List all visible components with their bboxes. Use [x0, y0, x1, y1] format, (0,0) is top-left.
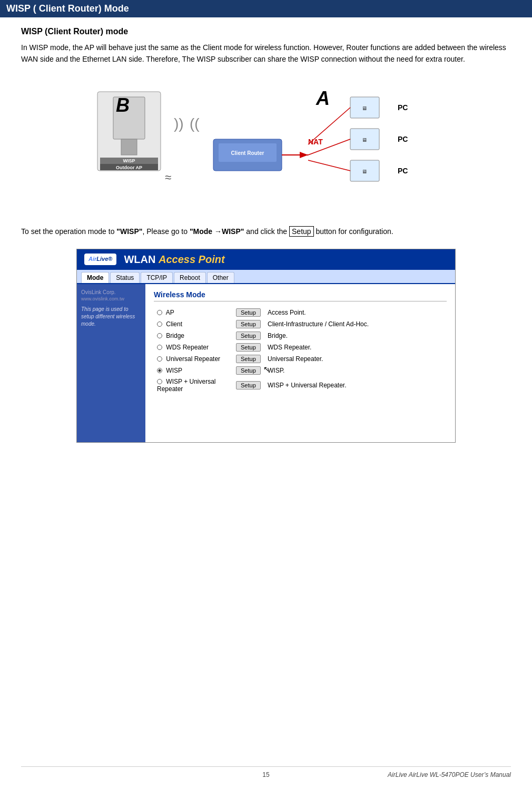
- nav-other[interactable]: Other: [207, 272, 234, 283]
- mode-wisp-ur-desc: WISP + Universal Repeater.: [264, 376, 447, 394]
- svg-text:🖥: 🖥: [362, 137, 367, 143]
- footer-manual-italic: AirLive WL-5470POE User’s Manual: [409, 771, 511, 778]
- footer-page-number: 15: [262, 771, 269, 778]
- wlan-text: WLAN: [124, 254, 155, 265]
- mode-ap-label: AP: [166, 309, 174, 316]
- brand-air: Air: [88, 256, 96, 262]
- setup-btn-client-cell: Setup: [233, 318, 264, 330]
- screenshot-wrapper: AirLive® WLAN Access Point Mode Status T…: [21, 249, 511, 443]
- mode-table: AP Setup Access Point.: [154, 307, 447, 394]
- setup-btn-ap-cell: Setup: [233, 307, 264, 318]
- mode-wisp-label: WISP: [166, 367, 182, 374]
- svg-text:)): )): [174, 115, 184, 132]
- sidebar-url: www.ovislink.com.tw: [81, 296, 141, 301]
- diagram-container: WISP WISP Outdoor AP B )) (( ≈ Client Ro…: [21, 76, 511, 213]
- mode-wds-label: WDS Repeater: [166, 344, 209, 351]
- svg-text:PC: PC: [398, 135, 408, 143]
- mode-ap-radio-cell: AP: [154, 307, 233, 318]
- instruction-part2: , Please go to: [142, 227, 190, 236]
- wisp-label: "WISP": [116, 227, 142, 236]
- mode-ap-desc: Access Point.: [264, 307, 447, 318]
- mode-client-label: Client: [166, 320, 182, 328]
- svg-text:Outdoor AP: Outdoor AP: [116, 165, 142, 170]
- table-row: Bridge Setup Bridge.: [154, 330, 447, 342]
- svg-text:((: ((: [190, 115, 200, 132]
- radio-wisp-ur[interactable]: [157, 379, 162, 384]
- table-row: WISP + Universal Repeater Setup WISP + U…: [154, 376, 447, 394]
- page-header: WISP ( Client Router) Mode: [0, 0, 532, 17]
- mode-universal-label: Universal Repeater: [166, 355, 220, 363]
- radio-wisp[interactable]: [157, 368, 162, 373]
- mode-universal-desc: Universal Repeater.: [264, 353, 447, 365]
- panel-body: OvisLink Corp. www.ovislink.com.tw This …: [77, 284, 455, 442]
- nav-reboot[interactable]: Reboot: [174, 272, 206, 283]
- setup-btn-wisp-ur[interactable]: Setup: [236, 381, 261, 389]
- svg-text:WISP: WISP: [123, 158, 135, 163]
- setup-btn-ap[interactable]: Setup: [236, 308, 261, 317]
- section-title: WISP (Client Router) mode: [21, 27, 511, 36]
- table-row: Client Setup Client-Infrastructure / Cli…: [154, 318, 447, 330]
- svg-text:NAT: NAT: [308, 138, 323, 146]
- mode-wds-radio-cell: WDS Repeater: [154, 342, 233, 353]
- radio-client[interactable]: [157, 322, 162, 327]
- mode-arrow-label: "Mode →WISP": [190, 227, 244, 236]
- mode-bridge-desc: Bridge.: [264, 330, 447, 342]
- setup-btn-wisp-cell: Setup: [233, 365, 264, 376]
- table-row: WDS Repeater Setup WDS Repeater.: [154, 342, 447, 353]
- svg-text:B: B: [116, 94, 130, 116]
- svg-text:A: A: [316, 87, 330, 109]
- radio-ap[interactable]: [157, 310, 162, 315]
- mode-client-desc: Client-Infrastructure / Client Ad-Hoc.: [264, 318, 447, 330]
- content-area: WISP (Client Router) mode In WISP mode, …: [0, 27, 532, 490]
- panel-title: WLAN Access Point: [124, 254, 224, 266]
- setup-btn-universal[interactable]: Setup: [236, 355, 261, 363]
- nav-mode[interactable]: Mode: [81, 272, 109, 283]
- setup-btn-wds[interactable]: Setup: [236, 343, 261, 352]
- svg-text:Client Router: Client Router: [231, 150, 264, 156]
- mode-wisp-ur-label: WISP + Universal Repeater: [157, 378, 216, 393]
- instruction-part4: button for configuration.: [314, 227, 393, 236]
- svg-text:🖥: 🖥: [362, 105, 367, 111]
- setup-btn-wisp[interactable]: Setup: [236, 366, 261, 375]
- table-row: Universal Repeater Setup Universal Repea…: [154, 353, 447, 365]
- radio-wds[interactable]: [157, 345, 162, 350]
- setup-btn-wds-cell: Setup: [233, 342, 264, 353]
- mode-wisp-desc: WISP.: [264, 365, 447, 376]
- svg-text:🖥: 🖥: [362, 169, 367, 174]
- setup-box-label: Setup: [289, 226, 314, 237]
- svg-text:PC: PC: [398, 103, 408, 112]
- brand-live: Live®: [96, 256, 112, 262]
- mode-bridge-label: Bridge: [166, 332, 184, 339]
- instruction-part1: To set the operation mode to: [21, 227, 116, 236]
- radio-bridge[interactable]: [157, 333, 162, 338]
- setup-btn-universal-cell: Setup: [233, 353, 264, 365]
- page-footer: 15 AirLive AirLive WL-5470POE User’s Man…: [21, 766, 511, 778]
- nav-status[interactable]: Status: [110, 272, 140, 283]
- svg-rect-2: [121, 139, 137, 155]
- setup-btn-client[interactable]: Setup: [236, 320, 261, 328]
- table-row: WISP Setup WISP.: [154, 365, 447, 376]
- brand-logo: AirLive®: [84, 254, 116, 265]
- sidebar-brand: OvisLink Corp.: [81, 289, 141, 295]
- panel-header: AirLive® WLAN Access Point: [77, 249, 455, 270]
- instruction-paragraph: To set the operation mode to "WISP", Ple…: [21, 226, 511, 238]
- setup-btn-bridge[interactable]: Setup: [236, 332, 261, 340]
- network-diagram: WISP WISP Outdoor AP B )) (( ≈ Client Ro…: [82, 76, 450, 213]
- mode-client-radio-cell: Client: [154, 318, 233, 330]
- setup-btn-wisp-ur-cell: Setup: [233, 376, 264, 394]
- mode-universal-radio-cell: Universal Repeater: [154, 353, 233, 365]
- router-admin-panel: AirLive® WLAN Access Point Mode Status T…: [76, 249, 456, 443]
- nav-tcpip[interactable]: TCP/IP: [141, 272, 173, 283]
- svg-text:≈: ≈: [165, 171, 171, 184]
- ap-text2: Access Point: [159, 254, 225, 265]
- mode-wisp-ur-radio-cell: WISP + Universal Repeater: [154, 376, 233, 394]
- radio-universal[interactable]: [157, 356, 162, 362]
- header-title: WISP ( Client Router) Mode: [6, 3, 129, 14]
- sidebar-info: This page is used to setup different wir…: [81, 306, 141, 328]
- mode-wds-desc: WDS Repeater.: [264, 342, 447, 353]
- mode-wisp-radio-cell: WISP: [154, 365, 233, 376]
- svg-text:PC: PC: [398, 167, 408, 175]
- wireless-mode-title: Wireless Mode: [154, 290, 447, 301]
- setup-btn-bridge-cell: Setup: [233, 330, 264, 342]
- panel-main: Wireless Mode AP Setup: [145, 284, 455, 442]
